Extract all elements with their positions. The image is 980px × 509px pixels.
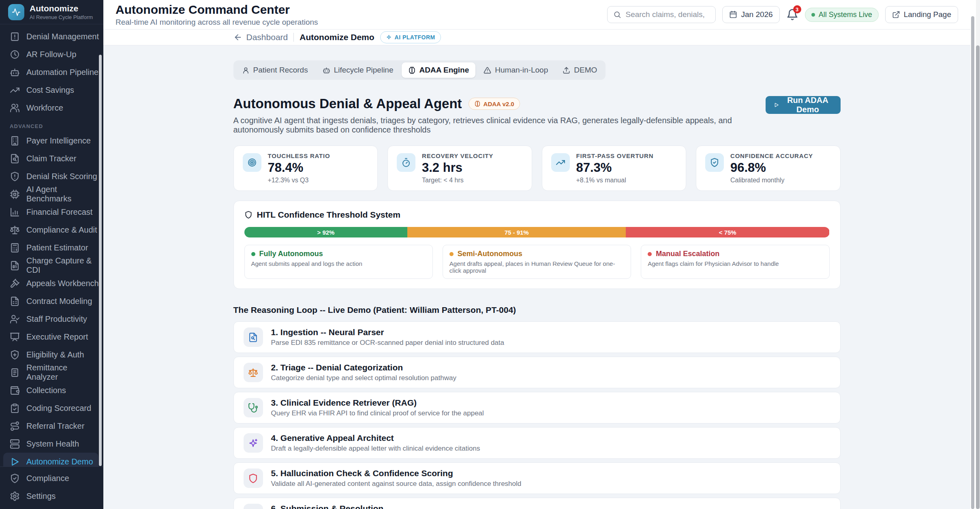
confidence-threshold-bar: > 92% 75 - 91% < 75% — [244, 227, 830, 237]
stat-sub: +8.1% vs manual — [576, 177, 654, 184]
sidebar-item-referral-tracker[interactable]: Referral Tracker — [0, 417, 103, 435]
stat-label: FIRST-PASS OVERTURN — [576, 152, 654, 159]
sidebar-item-staff-productivity[interactable]: Staff Productivity — [0, 310, 103, 328]
red-dot-icon — [648, 252, 652, 256]
stethoscope-icon — [244, 398, 263, 417]
sidebar-item-compliance-audit[interactable]: Compliance & Audit — [0, 221, 103, 239]
mode-title: Semi-Autonomous — [458, 250, 522, 258]
status-label: All Systems Live — [819, 11, 872, 19]
sidebar-item-denial-risk-scoring[interactable]: Denial Risk Scoring — [0, 167, 103, 185]
systems-status-badge: All Systems Live — [805, 8, 879, 22]
ai-platform-label: AI PLATFORM — [395, 34, 435, 41]
sidebar-item-ar-follow-up[interactable]: AR Follow-Up — [0, 45, 103, 63]
content-scrollbar-thumb[interactable] — [971, 16, 974, 509]
sidebar-item-eligibility-auth[interactable]: Eligibility & Auth — [0, 346, 103, 364]
page-description: A cognitive AI agent that ingests denial… — [233, 116, 766, 135]
search-box[interactable] — [607, 6, 716, 23]
version-badge: ADAA v2.0 — [469, 98, 520, 110]
step-clinical-evidence: 3. Clinical Evidence Retriever (RAG) Que… — [233, 392, 841, 423]
sidebar-item-label: Financial Forecast — [26, 207, 92, 217]
top-header: Autonomize Command Center Real-time AI m… — [103, 0, 970, 30]
stats-row: TOUCHLESS RATIO 78.4% +12.3% vs Q3 RECOV… — [233, 145, 841, 191]
landing-page-button[interactable]: Landing Page — [885, 6, 958, 23]
sidebar-item-label: Compliance & Audit — [26, 225, 97, 235]
sparkles-icon — [244, 433, 263, 453]
reasoning-steps: 1. Ingestion -- Neural Parser Parse EDI … — [233, 321, 841, 509]
sidebar-item-charge-capture-cdi[interactable]: Charge Capture & CDI — [0, 257, 103, 274]
sidebar-item-label: Settings — [26, 492, 56, 501]
tab-lifecycle-pipeline[interactable]: Lifecycle Pipeline — [316, 62, 400, 78]
tab-demo[interactable]: DEMO — [556, 62, 603, 78]
sidebar-item-label: Denial Management — [26, 32, 99, 41]
bot-icon — [10, 67, 20, 77]
stat-sub: Target: < 4 hrs — [422, 177, 493, 184]
stat-card-first-pass-overturn: FIRST-PASS OVERTURN 87.3% +8.1% vs manua… — [542, 145, 687, 191]
tab-human-in-loop[interactable]: Human-in-Loop — [477, 62, 554, 78]
notifications-button[interactable]: 3 — [786, 9, 798, 21]
step-desc: Categorize denial type and select optima… — [271, 374, 456, 382]
brand-name: Autonomize — [30, 4, 93, 13]
alert-triangle-icon — [484, 66, 491, 74]
date-button[interactable]: Jan 2026 — [722, 6, 779, 23]
landing-page-label: Landing Page — [904, 10, 951, 19]
sidebar-item-cost-savings[interactable]: Cost Savings — [0, 81, 103, 99]
sidebar-item-system-health[interactable]: System Health — [0, 435, 103, 453]
sidebar-item-remittance-analyzer[interactable]: Remittance Analyzer — [0, 364, 103, 381]
notification-count-badge: 3 — [793, 5, 801, 13]
sidebar-item-automation-pipeline[interactable]: Automation Pipeline — [0, 63, 103, 81]
autonomy-modes: Fully Autonomous Agent submits appeal an… — [244, 245, 830, 279]
sidebar-item-label: Contract Modeling — [26, 297, 92, 306]
cpu-icon — [10, 189, 20, 199]
sidebar-item-coding-scorecard[interactable]: Coding Scorecard — [0, 399, 103, 417]
run-button-label: Run ADAA Demo — [783, 96, 832, 114]
gavel-icon — [10, 278, 20, 289]
sidebar-item-label: System Health — [26, 439, 79, 449]
step-desc: Validate all AI-generated content agains… — [271, 480, 522, 488]
tab-adaa-engine[interactable]: ADAA Engine — [402, 62, 476, 78]
sidebar-item-contract-modeling[interactable]: Contract Modeling — [0, 292, 103, 310]
gear-icon — [10, 491, 20, 501]
sidebar-item-label: Appeals Workbench — [26, 279, 99, 288]
sidebar-item-payer-intelligence[interactable]: Payer Intelligence — [0, 132, 103, 150]
step-title: 6. Submission & Resolution — [271, 504, 475, 509]
sidebar-item-collections[interactable]: Collections — [0, 381, 103, 399]
sidebar-item-executive-report[interactable]: Executive Report — [0, 328, 103, 346]
page-content: Patient Records Lifecycle Pipeline ADAA … — [233, 45, 841, 509]
mode-desc: Agent flags claim for Physician Advisor … — [648, 260, 822, 267]
back-to-dashboard[interactable]: Dashboard — [233, 32, 288, 42]
sidebar-item-patient-estimator[interactable]: Patient Estimator — [0, 239, 103, 257]
bot-icon — [323, 66, 330, 74]
sidebar-item-compliance[interactable]: Compliance — [0, 469, 103, 487]
stat-label: CONFIDENCE ACCURACY — [730, 152, 813, 159]
sidebar-item-denial-management[interactable]: Denial Management — [0, 28, 103, 45]
sidebar-item-appeals-workbench[interactable]: Appeals Workbench — [0, 274, 103, 292]
sidebar-item-claim-tracker[interactable]: Claim Tracker — [0, 150, 103, 167]
sidebar-item-label: Cost Savings — [26, 86, 74, 95]
user-check-icon — [10, 314, 20, 324]
sidebar-item-workforce[interactable]: Workforce — [0, 99, 103, 117]
sparkle-icon — [386, 34, 392, 41]
external-link-icon — [892, 11, 900, 19]
breadcrumb: Dashboard Autonomize Demo AI PLATFORM — [233, 30, 841, 45]
stat-card-recovery-velocity: RECOVERY VELOCITY 3.2 hrs Target: < 4 hr… — [387, 145, 532, 191]
sidebar-item-financial-forecast[interactable]: Financial Forecast — [0, 203, 103, 221]
trending-up-icon — [551, 153, 570, 172]
sidebar-item-label: AI Agent Benchmarks — [26, 185, 99, 203]
sidebar-scrollbar-thumb[interactable] — [99, 55, 102, 466]
step-title: 4. Generative Appeal Architect — [271, 433, 480, 443]
tab-patient-records[interactable]: Patient Records — [235, 62, 315, 78]
back-label: Dashboard — [246, 32, 288, 42]
mode-title: Manual Escalation — [656, 250, 719, 258]
step-hallucination-check: 5. Hallucination Check & Confidence Scor… — [233, 462, 841, 494]
sidebar-item-ai-agent-benchmarks[interactable]: AI Agent Benchmarks — [0, 185, 103, 203]
sidebar-item-label: Claim Tracker — [26, 154, 76, 163]
sidebar-section-advanced: ADVANCED — [10, 123, 103, 129]
sidebar: Autonomize AI Revenue Cycle Platform Den… — [0, 0, 103, 509]
threshold-zone-low: < 75% — [626, 227, 830, 237]
run-adaa-demo-button[interactable]: Run ADAA Demo — [766, 96, 841, 114]
search-input[interactable] — [625, 10, 706, 19]
sidebar-item-label: Automation Pipeline — [26, 68, 98, 77]
window-scrollbar-thumb[interactable] — [976, 45, 980, 509]
brand-logo — [8, 4, 24, 20]
sidebar-item-settings[interactable]: Settings — [0, 487, 103, 505]
